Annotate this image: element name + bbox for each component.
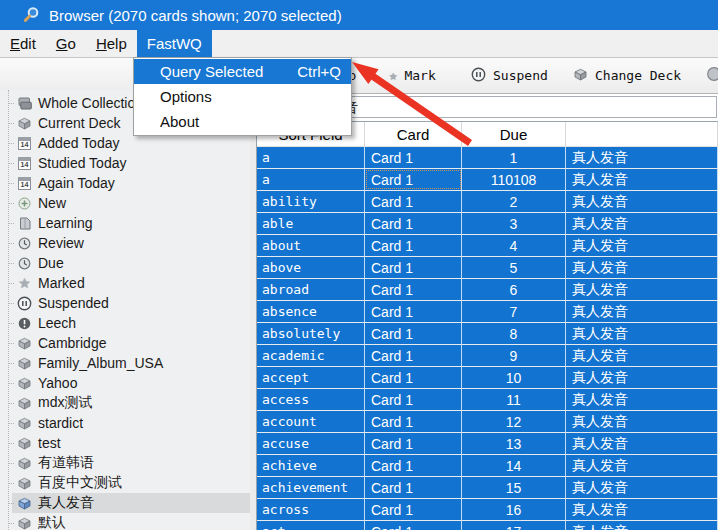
table-row[interactable]: achieveCard 114真人发音	[257, 455, 718, 477]
sidebar-item-label: Studied Today	[38, 155, 126, 171]
table-row[interactable]: absolutelyCard 18真人发音	[257, 323, 718, 345]
table-row[interactable]: achievementCard 115真人发音	[257, 477, 718, 499]
sidebar-item-new[interactable]: New	[0, 193, 250, 213]
sidebar-item-deck[interactable]: 真人发音	[0, 493, 250, 513]
sidebar-item-added-today[interactable]: 14Added Today	[0, 133, 250, 153]
sidebar-item-label: 有道韩语	[38, 454, 94, 472]
sidebar-item-test[interactable]: test	[0, 433, 250, 453]
deck-icon	[16, 357, 33, 370]
table-row[interactable]: academicCard 19真人发音	[257, 345, 718, 367]
table-cell: 真人发音	[566, 301, 718, 322]
table-row[interactable]: accessCard 111真人发音	[257, 389, 718, 411]
table-row[interactable]: aCard 1110108真人发音	[257, 169, 718, 191]
column-header-due[interactable]: Due	[462, 122, 566, 147]
table-cell: Card 1	[365, 411, 462, 432]
sidebar-item-deck[interactable]: 百度中文测试	[0, 473, 250, 493]
menu-item-about[interactable]: About	[134, 109, 351, 134]
table-row[interactable]: aboveCard 15真人发音	[257, 257, 718, 279]
star-icon: ★	[16, 277, 33, 290]
sidebar-item-deck[interactable]: 默认	[0, 513, 250, 530]
table-cell: Card 1	[365, 213, 462, 234]
calendar-icon: 14	[16, 137, 33, 150]
table-row[interactable]: acrossCard 116真人发音	[257, 499, 718, 521]
sidebar-item-deck[interactable]: 有道韩语	[0, 453, 250, 473]
deck-icon	[16, 397, 33, 410]
sidebar-item-label: test	[38, 435, 61, 451]
table-row[interactable]: abilityCard 12真人发音	[257, 191, 718, 213]
sidebar-item-mdx[interactable]: mdx测试	[0, 393, 250, 413]
sidebar-item-again-today[interactable]: 14Again Today	[0, 173, 250, 193]
table-cell: 真人发音	[566, 345, 718, 366]
sidebar-item-label: Suspended	[38, 295, 109, 311]
table-cell: absence	[257, 301, 365, 322]
learning-icon	[16, 217, 33, 230]
table-cell: 110108	[462, 169, 566, 190]
toolbar-button-deck[interactable]	[706, 58, 718, 93]
sidebar-item-review[interactable]: Review	[0, 233, 250, 253]
menu-edit[interactable]: Edit	[0, 30, 46, 57]
table-row[interactable]: accuseCard 113真人发音	[257, 433, 718, 455]
table-row[interactable]: abroadCard 16真人发音	[257, 279, 718, 301]
table-row[interactable]: absenceCard 17真人发音	[257, 301, 718, 323]
table-cell: accept	[257, 367, 365, 388]
toolbar-button-change-deck[interactable]: Change Deck	[573, 58, 681, 93]
table-row[interactable]: accountCard 112真人发音	[257, 411, 718, 433]
table-cell: 真人发音	[566, 477, 718, 498]
column-header-card[interactable]: Card	[365, 122, 462, 147]
table-cell: 8	[462, 323, 566, 344]
menu-item-options[interactable]: Options	[134, 84, 351, 109]
table-cell: Card 1	[365, 323, 462, 344]
table-cell: able	[257, 213, 365, 234]
sidebar-item-stardict[interactable]: stardict	[0, 413, 250, 433]
table-cell: Card 1	[365, 169, 462, 190]
table-cell: 真人发音	[566, 455, 718, 476]
sidebar-item-due[interactable]: Due	[0, 253, 250, 273]
table-row[interactable]: actCard 117真人发音	[257, 521, 718, 530]
table-cell: Card 1	[365, 499, 462, 520]
sidebar-item-studied-today[interactable]: 14Studied Today	[0, 153, 250, 173]
table-cell: 真人发音	[566, 191, 718, 212]
deck-icon	[16, 457, 33, 470]
sidebar-item-family-album-usa[interactable]: Family_Album_USA	[0, 353, 250, 373]
menu-fastwq[interactable]: FastWQ	[137, 30, 212, 57]
table-cell: a	[257, 169, 365, 190]
table-row[interactable]: aCard 11真人发音	[257, 147, 718, 169]
table-cell: 真人发音	[566, 257, 718, 278]
sidebar-item-label: 真人发音	[38, 494, 94, 512]
toolbar-button-mark[interactable]: ★Mark	[389, 58, 436, 93]
menu-go[interactable]: Go	[46, 30, 86, 57]
table-cell: Card 1	[365, 455, 462, 476]
table-cell: act	[257, 521, 365, 530]
menu-help[interactable]: Help	[86, 30, 137, 57]
sidebar-item-learning[interactable]: Learning	[0, 213, 250, 233]
table-row[interactable]: ableCard 13真人发音	[257, 213, 718, 235]
table-cell: 9	[462, 345, 566, 366]
column-header-deck[interactable]	[566, 122, 718, 147]
table-row[interactable]: acceptCard 110真人发音	[257, 367, 718, 389]
table-cell: 4	[462, 235, 566, 256]
sidebar-item-marked[interactable]: ★Marked	[0, 273, 250, 293]
change-deck-icon	[573, 68, 588, 84]
menu-item-query-selected[interactable]: Query Selected Ctrl+Q	[134, 59, 351, 84]
table-cell: Card 1	[365, 147, 462, 168]
sidebar-item-label: stardict	[38, 415, 83, 431]
sidebar-item-label: New	[38, 195, 66, 211]
sidebar-item-label: mdx测试	[38, 394, 92, 412]
sidebar: Whole CollectionCurrent Deck14Added Toda…	[0, 90, 250, 530]
sidebar-item-cambridge[interactable]: Cambridge	[0, 333, 250, 353]
toolbar-button-label: Suspend	[493, 68, 548, 83]
table-cell: 真人发音	[566, 169, 718, 190]
table-cell: 7	[462, 301, 566, 322]
table-cell: 1	[462, 147, 566, 168]
table-row[interactable]: aboutCard 14真人发音	[257, 235, 718, 257]
table-cell: 真人发音	[566, 389, 718, 410]
table-cell: Card 1	[365, 477, 462, 498]
sidebar-item-label: Review	[38, 235, 84, 251]
table-cell: Card 1	[365, 191, 462, 212]
sidebar-item-yahoo[interactable]: Yahoo	[0, 373, 250, 393]
sidebar-item-leech[interactable]: Leech	[0, 313, 250, 333]
sidebar-item-suspended[interactable]: Suspended	[0, 293, 250, 313]
toolbar-button-suspend[interactable]: Suspend	[471, 58, 548, 93]
menu-bar: Edit Go Help FastWQ	[0, 30, 718, 57]
table-cell: across	[257, 499, 365, 520]
